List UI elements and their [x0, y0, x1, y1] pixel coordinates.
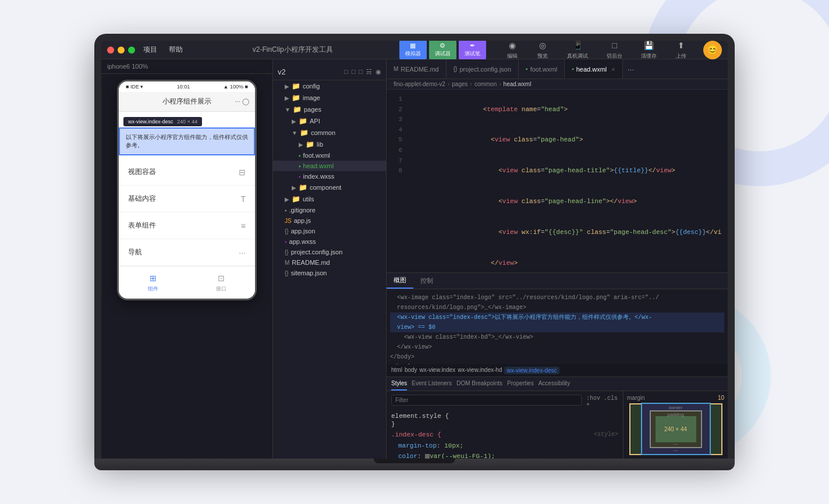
tree-item-index-wxss[interactable]: ▪ index.wxss	[273, 171, 386, 182]
tree-item-app-js[interactable]: JS app.js	[273, 215, 386, 226]
phone-simulator: iphone6 100% ■ IDE ▾ 10:01 ▲ 100% ■	[101, 59, 273, 459]
tree-item-pages[interactable]: ▼ 📁 pages	[273, 104, 386, 115]
styles-tab-event-listeners[interactable]: Event Listeners	[412, 377, 452, 391]
list-item-3[interactable]: 导航 ···	[119, 239, 255, 266]
styles-tab-accessibility[interactable]: Accessibility	[539, 377, 570, 391]
html-content: <wx-image class="index-logo" src="../res…	[390, 293, 724, 364]
el-bread-html[interactable]: html	[391, 367, 402, 374]
phone-device: ■ IDE ▾ 10:01 ▲ 100% ■ 小程序组件展示 ··· ◯	[117, 80, 257, 300]
tree-item-component[interactable]: ▶ 📁 component	[273, 182, 386, 193]
tab-project-config[interactable]: {} project.config.json	[447, 59, 519, 79]
styles-tab-properties[interactable]: Properties	[507, 377, 534, 391]
window-close-button[interactable]	[107, 47, 114, 54]
list-item-1[interactable]: 基础内容 T	[119, 186, 255, 212]
code-line-1: <template name="head">	[414, 94, 721, 125]
laptop-screen: 项目 帮助 v2-FinClip小程序开发工具 ▦ 模拟器 ⚙ 调试器 ✒	[101, 41, 728, 459]
toolbar-preview-button[interactable]: ◎ 预览	[533, 41, 552, 61]
code-line-3: <view class="page-head-title">{{title}}<…	[414, 156, 721, 187]
tree-item-sitemap[interactable]: {} sitemap.json	[273, 268, 386, 278]
window-maximize-button[interactable]	[128, 47, 135, 54]
tree-icon-4[interactable]: ☵	[366, 68, 372, 76]
styles-tab-styles[interactable]: Styles	[391, 377, 407, 391]
api-icon: ⊡	[215, 272, 227, 284]
tab-head-wxml[interactable]: ▪ head.wxml ×	[565, 59, 623, 79]
phone-bottom-nav: ⊞ 组件 ⊡ 接口	[119, 266, 255, 299]
toolbar-edit-button[interactable]: ◉ 编辑	[503, 41, 522, 61]
tab-foot-wxml[interactable]: ▪ foot.wxml	[519, 59, 565, 79]
tree-item-lib[interactable]: ▶ 📁 lib	[273, 139, 386, 150]
html-viewer[interactable]: <wx-image class="index-logo" src="../res…	[387, 289, 728, 364]
styles-tabs: Styles Event Listeners DOM Breakpoints P…	[387, 377, 728, 391]
box-model-padding: padding 240 × 44 —	[650, 410, 702, 448]
tab-close-head-wxml[interactable]: ×	[611, 66, 615, 73]
tree-item-app-wxss[interactable]: ▪ app.wxss	[273, 236, 386, 247]
tree-item-head-wxml[interactable]: ▪ head.wxml	[273, 161, 386, 171]
tree-item-readme[interactable]: M README.md	[273, 257, 386, 268]
mode-test-button[interactable]: ✒ 测试笔	[459, 41, 486, 60]
phone-status-bar: ■ IDE ▾ 10:01 ▲ 100% ■	[119, 81, 255, 92]
toolbar-cache-button[interactable]: 💾 清缓存	[637, 41, 660, 61]
filter-row: :hov .cls +	[391, 395, 618, 409]
simulator-header: iphone6 100%	[101, 59, 272, 74]
laptop-container: 项目 帮助 v2-FinClip小程序开发工具 ▦ 模拟器 ⚙ 调试器 ✒	[94, 34, 735, 470]
mode-simulator-button[interactable]: ▦ 模拟器	[399, 41, 427, 60]
tree-item-foot-wxml[interactable]: ▪ foot.wxml	[273, 150, 386, 161]
inspector-top-tabs: 概图 控制	[387, 273, 728, 289]
code-line-5: <view wx:if="{{desc}}" class="page-head-…	[414, 217, 721, 248]
tree-item-common[interactable]: ▼ 📁 common	[273, 127, 386, 139]
list-item-0[interactable]: 视图容器 ⊟	[119, 159, 255, 186]
inspector-panel: 概图 控制 <wx-image class="index-logo" src="…	[387, 273, 728, 459]
phone-content: wx-view.index-desc 240 × 44 以下将展示小程序官方组件…	[119, 112, 255, 266]
toolbar-background-button[interactable]: □ 切后台	[603, 41, 626, 61]
tree-icon-5[interactable]: ◉	[375, 68, 381, 76]
tab-more-button[interactable]: ···	[623, 65, 639, 74]
title-bar: 项目 帮助 v2-FinClip小程序开发工具 ▦ 模拟器 ⚙ 调试器 ✒	[101, 41, 728, 59]
window-minimize-button[interactable]	[118, 47, 125, 54]
menu-project[interactable]: 项目	[140, 42, 161, 57]
el-bread-wxview-index[interactable]: wx-view.index	[420, 367, 456, 374]
tree-item-gitignore[interactable]: ▪ .gitignore	[273, 205, 386, 215]
tree-item-utils[interactable]: ▶ 📁 utils	[273, 193, 386, 205]
styles-tab-dom-breakpoints[interactable]: DOM Breakpoints	[456, 377, 502, 391]
toolbar-actions: ◉ 编辑 ◎ 预览 📱 真机调试 □ 切后台	[495, 41, 699, 61]
styles-panel[interactable]: :hov .cls + element.style { } .index-	[387, 391, 623, 459]
toolbar-upload-button[interactable]: ⬆ 上传	[672, 41, 690, 61]
tree-item-project-config[interactable]: {} project.config.json	[273, 247, 386, 257]
window-controls	[107, 47, 135, 54]
inspector-tab-control[interactable]: 控制	[413, 273, 440, 289]
phone-nav-api[interactable]: ⊡ 接口	[215, 272, 227, 293]
styles-filter-input[interactable]	[391, 395, 582, 406]
box-model-margin-label: margin 10	[627, 395, 724, 401]
inspector-tab-overview[interactable]: 概图	[387, 273, 413, 289]
toolbar-device-debug-button[interactable]: 📱 真机调试	[564, 41, 591, 61]
tree-item-api[interactable]: ▶ 📁 API	[273, 115, 386, 127]
file-tree: v2 □ □ □ ☵ ◉ ▶ 📁 config	[273, 59, 387, 459]
element-tooltip: wx-view.index-desc 240 × 44	[123, 117, 202, 126]
mode-debugger-button[interactable]: ⚙ 调试器	[429, 41, 456, 60]
laptop-notch	[374, 459, 455, 463]
tree-icon-2[interactable]: □	[352, 68, 356, 76]
el-bread-wxview-hd[interactable]: wx-view.index-hd	[458, 367, 502, 374]
code-scroll-area[interactable]: 1 2 3 4 5 6 7 8 <templa	[387, 90, 728, 272]
el-bread-body[interactable]: body	[405, 367, 417, 374]
user-avatar[interactable]: 😊	[703, 41, 722, 59]
menu-help[interactable]: 帮助	[165, 42, 186, 57]
main-area: iphone6 100% ■ IDE ▾ 10:01 ▲ 100% ■	[101, 59, 728, 459]
phone-nav-components[interactable]: ⊞ 组件	[147, 272, 159, 293]
tree-icon-3[interactable]: □	[359, 68, 363, 76]
code-content-area: 1 2 3 4 5 6 7 8 <templa	[387, 90, 728, 272]
el-bread-wxview-desc[interactable]: wx-view.index-desc	[504, 367, 559, 374]
tree-icon-1[interactable]: □	[344, 68, 348, 76]
code-line-4: <view class="page-head-line"></view>	[414, 186, 721, 217]
breadcrumb: fino-applet-demo-v2 › pages › common › h…	[387, 79, 728, 90]
styles-area: :hov .cls + element.style { } .index-	[387, 391, 728, 459]
tab-readme[interactable]: M README.md	[387, 59, 447, 79]
tree-root-header: v2 □ □ □ ☵ ◉	[273, 64, 386, 80]
tree-item-config[interactable]: ▶ 📁 config	[273, 80, 386, 92]
tree-item-image[interactable]: ▶ 📁 image	[273, 92, 386, 104]
tree-item-app-json[interactable]: {} app.json	[273, 226, 386, 236]
code-lines[interactable]: <template name="head"> <view class="page…	[407, 90, 728, 272]
list-item-2[interactable]: 表单组件 ≡	[119, 212, 255, 239]
components-icon: ⊞	[147, 272, 159, 284]
phone-nav-bar: 小程序组件展示 ··· ◯	[119, 92, 255, 112]
